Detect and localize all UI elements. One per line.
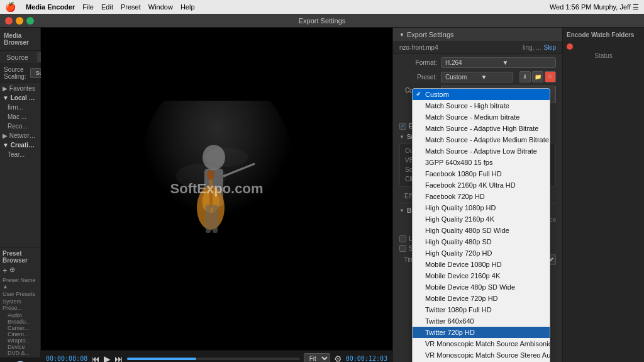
play-prev-btn[interactable]: ⏮ bbox=[91, 354, 100, 363]
preset-import-btn[interactable]: ⊕ bbox=[9, 266, 15, 275]
format-dropdown-arrow: ▼ bbox=[499, 58, 556, 67]
menu-window[interactable]: Window bbox=[148, 3, 173, 11]
right-strip: Encode Watch Folders Status bbox=[562, 28, 644, 362]
preset-add-btn[interactable]: + bbox=[3, 266, 8, 275]
export-video-checkbox[interactable]: ✓ bbox=[399, 123, 406, 130]
main-content-right: ▼ Export Settings nzo-front.mp4 ling, ..… bbox=[393, 28, 562, 362]
source-scaling-row: Source Scaling: Scale To Fit bbox=[0, 64, 40, 82]
preset-option-19[interactable]: Twitter 1080p Full HD bbox=[413, 304, 550, 315]
menu-help[interactable]: Help bbox=[180, 3, 195, 11]
minimize-button[interactable] bbox=[16, 17, 23, 25]
preset-option-23[interactable]: VR Monoscopic Match Source Stereo Audio bbox=[413, 349, 550, 361]
preset-option-1[interactable]: Match Source - High bitrate bbox=[413, 100, 550, 111]
apple-menu[interactable]: 🍎 bbox=[5, 2, 16, 12]
preset-option-12[interactable]: High Quality 480p SD Wide bbox=[413, 225, 550, 236]
format-label: Format: bbox=[399, 59, 437, 66]
es-content: Format: H.264 ▼ Preset: Custom ▼ bbox=[393, 54, 562, 362]
preset-option-custom[interactable]: ✓ Custom bbox=[413, 89, 550, 100]
tree-tear[interactable]: Tear... bbox=[0, 150, 40, 159]
basic-video-collapse[interactable]: ▼ bbox=[399, 208, 404, 213]
format-select[interactable]: H.264 ▼ bbox=[441, 57, 556, 68]
preset-item-3[interactable]: Cinem... bbox=[3, 331, 38, 337]
watch-folders-controls bbox=[567, 43, 640, 50]
play-btn[interactable]: ▶ bbox=[104, 354, 111, 363]
center-area: SoftExpo.com 00:00:08:08 ⏮ ▶ ⏭ Fit ⚙ 00:… bbox=[41, 28, 392, 362]
tree-local-drives[interactable]: ▼ Local Drives bbox=[0, 93, 40, 103]
preset-dropdown[interactable]: ✓ Custom Match Source - High bitrate Mat… bbox=[412, 88, 550, 362]
tree-mac[interactable]: Mac ... bbox=[0, 112, 40, 122]
preset-option-8[interactable]: Facebook 2160p 4K Ultra HD bbox=[413, 179, 550, 191]
preset-item-4[interactable]: Wrapto... bbox=[3, 337, 38, 344]
time-end: 00:00:12:03 bbox=[346, 355, 387, 362]
queue-filename: nzo-front.mp4 bbox=[399, 44, 520, 51]
preset-option-15[interactable]: Mobile Device 1080p HD bbox=[413, 259, 550, 270]
window-title: Export Settings bbox=[299, 17, 346, 25]
triangle-icon: ▼ bbox=[399, 32, 404, 38]
use-max-render-checkbox[interactable] bbox=[399, 235, 406, 242]
start-timecode-checkbox[interactable] bbox=[399, 245, 406, 252]
settings-btn[interactable]: ⚙ bbox=[334, 354, 342, 363]
preset-option-6[interactable]: 3GPP 640x480 15 fps bbox=[413, 157, 550, 168]
preset-option-twitter-720p[interactable]: Twitter 720p HD bbox=[413, 327, 550, 338]
timeline-bar[interactable] bbox=[127, 358, 300, 360]
menu-edit[interactable]: Edit bbox=[101, 3, 113, 11]
encode-wf-label: Encode Watch Folders bbox=[567, 31, 640, 38]
preset-browser-title: Preset Browser bbox=[3, 250, 38, 264]
tree-creative-cloud[interactable]: ▼ Creative Clou... bbox=[0, 140, 40, 150]
preset-option-3[interactable]: Match Source - Adaptive High Bitrate bbox=[413, 123, 550, 134]
menu-file[interactable]: File bbox=[82, 3, 94, 11]
preset-item-0[interactable]: Audio bbox=[3, 312, 38, 319]
preset-value: Custom bbox=[441, 72, 477, 82]
preset-dropdown-arrow: ▼ bbox=[477, 72, 513, 82]
preset-option-4[interactable]: Match Source - Adaptive Medium Bitrate bbox=[413, 134, 550, 145]
tab-source[interactable]: Source bbox=[3, 52, 32, 62]
tree-firm[interactable]: firm... bbox=[0, 103, 40, 112]
preset-dropdown-overlay: ✓ Custom Match Source - High bitrate Mat… bbox=[393, 54, 562, 362]
preset-option-7[interactable]: Facebook 1080p Full HD bbox=[413, 168, 550, 179]
play-next-btn[interactable]: ⏭ bbox=[114, 354, 123, 363]
title-bar: Export Settings bbox=[0, 14, 644, 28]
source-output-tabs: Source Output bbox=[0, 51, 40, 64]
status-label: Status bbox=[567, 52, 640, 59]
preset-folder-btn[interactable]: 📁 bbox=[532, 71, 543, 82]
preset-option-22[interactable]: VR Monoscopic Match Source Ambisonics bbox=[413, 338, 550, 349]
preset-select[interactable]: Custom ▼ bbox=[441, 72, 513, 82]
queue-status: ling, ... bbox=[523, 44, 541, 51]
menu-preset[interactable]: Preset bbox=[121, 3, 141, 11]
skip-button[interactable]: Skip bbox=[544, 44, 556, 51]
preset-item-2[interactable]: Camer... bbox=[3, 325, 38, 331]
preset-item-1[interactable]: Broadu... bbox=[3, 319, 38, 325]
export-settings-header: ▼ Export Settings bbox=[393, 28, 562, 42]
tree-reco[interactable]: Reco... bbox=[0, 122, 40, 131]
preset-option-16[interactable]: Mobile Device 2160p 4K bbox=[413, 270, 550, 281]
preset-option-20[interactable]: Twitter 640x640 bbox=[413, 315, 550, 327]
preset-option-11[interactable]: High Quality 2160p 4K bbox=[413, 213, 550, 225]
close-button[interactable] bbox=[5, 17, 13, 25]
preset-label: Preset: bbox=[399, 74, 437, 81]
preset-option-14[interactable]: High Quality 720p HD bbox=[413, 247, 550, 259]
summary-collapse-triangle[interactable]: ▼ bbox=[399, 134, 404, 140]
preset-save-btn[interactable]: ⬇ bbox=[519, 71, 531, 82]
maximize-button[interactable] bbox=[26, 17, 34, 25]
menu-items: File Edit Preset Window Help bbox=[82, 3, 194, 11]
video-preview: SoftExpo.com bbox=[41, 28, 392, 350]
preset-option-2[interactable]: Match Source - Medium bitrate bbox=[413, 111, 550, 123]
preset-delete-btn[interactable]: ✕ bbox=[545, 71, 556, 82]
preset-item-6[interactable]: DVD &... bbox=[3, 350, 38, 356]
watermark: SoftExpo.com bbox=[170, 181, 264, 197]
preset-option-13[interactable]: High Quality 480p SD bbox=[413, 236, 550, 247]
fit-select[interactable]: Fit bbox=[304, 353, 330, 362]
sidebar-tree: ▶ Favorites ▼ Local Drives firm... Mac .… bbox=[0, 82, 40, 161]
preset-option-17[interactable]: Mobile Device 480p SD Wide bbox=[413, 281, 550, 293]
preset-option-9[interactable]: Facebook 720p HD bbox=[413, 191, 550, 202]
tree-network[interactable]: ▶ Network Drive... bbox=[0, 131, 40, 140]
preset-option-18[interactable]: Mobile Device 720p HD bbox=[413, 293, 550, 304]
preset-option-10[interactable]: High Quality 1080p HD bbox=[413, 202, 550, 213]
export-settings-title: Export Settings bbox=[407, 31, 454, 38]
tree-favorites[interactable]: ▶ Favorites bbox=[0, 84, 40, 93]
media-browser-title: Media Browser bbox=[4, 30, 36, 48]
preset-option-5[interactable]: Match Source - Adaptive Low Bitrate bbox=[413, 145, 550, 157]
preset-name-sort[interactable]: Preset Name ▲ bbox=[3, 277, 38, 290]
preset-item-5[interactable]: Device bbox=[3, 344, 38, 350]
sidebar-bottom-bar: 💿 bbox=[0, 358, 40, 362]
